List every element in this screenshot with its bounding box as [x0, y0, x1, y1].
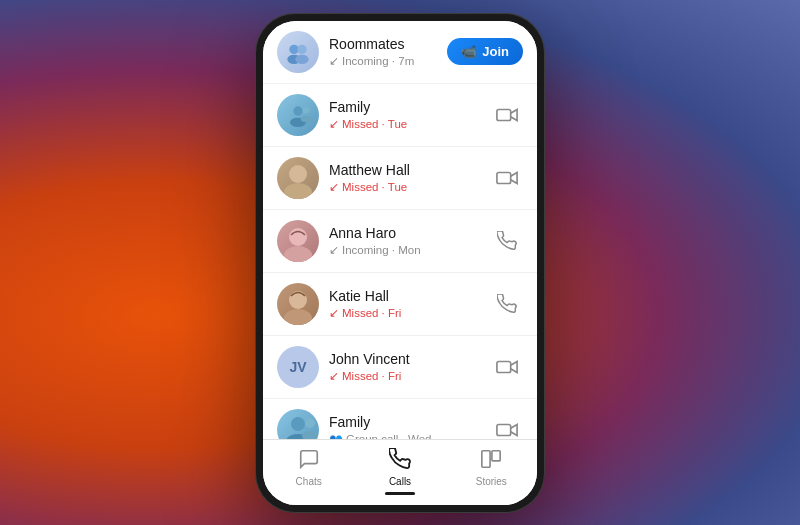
missed-arrow-icon: ↙: [329, 369, 339, 383]
avatar: JV: [277, 346, 319, 388]
call-info: Katie Hall ↙ Missed · Fri: [329, 287, 481, 320]
call-info: Roommates ↙ Incoming · 7m: [329, 35, 437, 68]
call-status: ↙ Incoming · Mon: [329, 243, 481, 257]
call-info: Matthew Hall ↙ Missed · Tue: [329, 161, 481, 194]
call-status: ↙ Incoming · 7m: [329, 54, 437, 68]
avatar: [277, 220, 319, 262]
list-item[interactable]: Family 👥 Group call · Wed: [263, 399, 537, 440]
svg-point-17: [291, 417, 305, 431]
svg-rect-16: [497, 361, 511, 372]
active-indicator: [385, 492, 415, 495]
missed-arrow-icon: ↙: [329, 180, 339, 194]
avatar: [277, 409, 319, 440]
nav-label-stories: Stories: [476, 476, 507, 487]
avatar: [277, 31, 319, 73]
svg-rect-26: [482, 451, 490, 468]
call-status: ↙ Missed · Tue: [329, 117, 481, 131]
list-item[interactable]: Family ↙ Missed · Tue: [263, 84, 537, 147]
list-item[interactable]: Roommates ↙ Incoming · 7m 📹 Join: [263, 21, 537, 84]
arrow-icon: ↙: [329, 54, 339, 68]
svg-point-10: [284, 183, 312, 199]
phone-call-button[interactable]: [491, 288, 523, 320]
svg-point-9: [289, 165, 307, 183]
svg-rect-11: [497, 172, 511, 183]
nav-label-calls: Calls: [389, 476, 411, 487]
bottom-nav: Chats Calls Stories: [263, 439, 537, 505]
video-icon: 📹: [461, 44, 477, 59]
calls-icon: [389, 448, 411, 473]
avatar: [277, 94, 319, 136]
video-call-button[interactable]: [491, 99, 523, 131]
video-call-button[interactable]: [491, 162, 523, 194]
contact-name: Katie Hall: [329, 287, 481, 305]
contact-name: Roommates: [329, 35, 437, 53]
nav-item-calls[interactable]: Calls: [354, 448, 445, 495]
svg-point-6: [303, 107, 310, 114]
list-item[interactable]: Anna Haro ↙ Incoming · Mon: [263, 210, 537, 273]
nav-item-stories[interactable]: Stories: [446, 448, 537, 495]
call-status: ↙ Missed · Fri: [329, 369, 481, 383]
svg-point-12: [289, 228, 307, 246]
nav-label-chats: Chats: [296, 476, 322, 487]
avatar: [277, 157, 319, 199]
call-info: Anna Haro ↙ Incoming · Mon: [329, 224, 481, 257]
contact-name: Family: [329, 413, 481, 431]
svg-rect-8: [497, 109, 511, 120]
svg-point-3: [295, 54, 308, 63]
stories-icon: [480, 448, 502, 473]
svg-point-15: [284, 309, 312, 325]
svg-rect-21: [497, 424, 511, 435]
svg-point-13: [284, 246, 312, 262]
arrow-icon: ↙: [329, 243, 339, 257]
missed-arrow-icon: ↙: [329, 117, 339, 131]
svg-point-20: [302, 431, 318, 440]
avatar: [277, 283, 319, 325]
join-button[interactable]: 📹 Join: [447, 38, 523, 65]
svg-point-14: [289, 291, 307, 309]
svg-point-4: [293, 106, 302, 115]
missed-arrow-icon: ↙: [329, 306, 339, 320]
svg-point-7: [301, 115, 312, 122]
svg-point-0: [289, 44, 298, 53]
list-item[interactable]: Matthew Hall ↙ Missed · Tue: [263, 147, 537, 210]
nav-item-chats[interactable]: Chats: [263, 448, 354, 495]
video-call-button[interactable]: [491, 414, 523, 440]
phone-frame: Roommates ↙ Incoming · 7m 📹 Join: [255, 13, 545, 513]
video-call-button[interactable]: [491, 351, 523, 383]
phone-screen: Roommates ↙ Incoming · 7m 📹 Join: [263, 21, 537, 505]
initials: JV: [289, 359, 306, 375]
svg-rect-27: [492, 451, 500, 461]
list-item[interactable]: Katie Hall ↙ Missed · Fri: [263, 273, 537, 336]
call-info: Family 👥 Group call · Wed: [329, 413, 481, 439]
call-info: Family ↙ Missed · Tue: [329, 98, 481, 131]
contact-name: Anna Haro: [329, 224, 481, 242]
chat-icon: [298, 448, 320, 473]
call-status: ↙ Missed · Tue: [329, 180, 481, 194]
svg-point-19: [305, 418, 315, 428]
call-status: ↙ Missed · Fri: [329, 306, 481, 320]
contact-name: Family: [329, 98, 481, 116]
svg-point-1: [297, 44, 306, 53]
contact-name: Matthew Hall: [329, 161, 481, 179]
phone-call-button[interactable]: [491, 225, 523, 257]
contact-name: John Vincent: [329, 350, 481, 368]
call-info: John Vincent ↙ Missed · Fri: [329, 350, 481, 383]
list-item[interactable]: JV John Vincent ↙ Missed · Fri: [263, 336, 537, 399]
call-list: Roommates ↙ Incoming · 7m 📹 Join: [263, 21, 537, 440]
